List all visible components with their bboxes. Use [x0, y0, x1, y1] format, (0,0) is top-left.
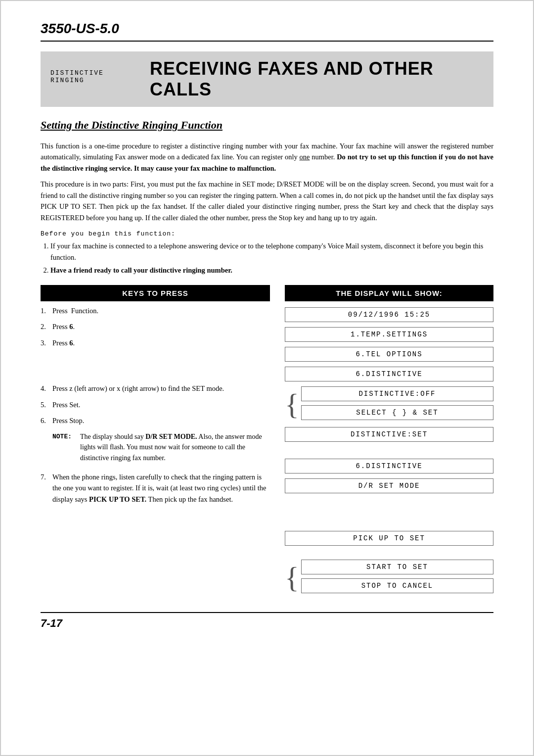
step-4: 4. Press z (left arrow) or x (right arro… [41, 383, 270, 394]
display-d2: 1.TEMP.SETTINGS [285, 327, 493, 342]
display-d6: SELECT { } & SET [301, 405, 493, 420]
note-text: The display should say D/R SET MODE. Als… [80, 431, 270, 464]
step-5: 5. Press Set. [41, 399, 270, 410]
display-d5: DISTINCTIVE:OFF [301, 386, 493, 401]
prereq-item-2: Have a friend ready to call your distinc… [50, 265, 493, 276]
step-2: 2. Press 6. [41, 321, 270, 332]
top-bar: 3550-US-5.0 [41, 21, 493, 42]
step-3: 3. Press 6. [41, 337, 270, 348]
note-label: NOTE: [52, 431, 76, 464]
note-block: NOTE: The display should say D/R SET MOD… [52, 431, 270, 464]
display-d4: 6.DISTINCTIVE [285, 367, 493, 381]
display-group-bracket-1: { DISTINCTIVE:OFF SELECT { } & SET [285, 386, 493, 422]
col-header-left: KEYS TO PRESS [41, 285, 270, 301]
display-d3: 6.TEL OPTIONS [285, 347, 493, 362]
step-7: 7. When the phone rings, listen carefull… [41, 472, 270, 505]
prereq-list: If your fax machine is connected to a te… [50, 240, 493, 276]
display-d9: D/R SET MODE [285, 478, 493, 493]
body-para-1: This function is a one-time procedure to… [41, 141, 493, 174]
right-col: THE DISPLAY WILL SHOW: 09/12/1996 15:25 … [285, 285, 493, 597]
display-d12: STOP TO CANCEL [301, 578, 493, 593]
display-d7: DISTINCTIVE:SET [285, 427, 493, 442]
display-group-bracket-2: { START TO SET STOP TO CANCEL [285, 560, 493, 595]
prereq-item-1: If your fax machine is connected to a te… [50, 240, 493, 263]
step-6: 6. Press Stop. [41, 415, 270, 426]
body-para-2: This procedure is in two parts: First, y… [41, 179, 493, 223]
model-number: 3550-US-5.0 [41, 21, 119, 37]
step-1: 1. Press Function. [41, 305, 270, 316]
before-note: Before you begin this function: [41, 230, 493, 237]
left-col: KEYS TO PRESS 1. Press Function. 2. Pres… [41, 285, 270, 510]
display-d1: 09/12/1996 15:25 [285, 307, 493, 322]
two-col-layout: KEYS TO PRESS 1. Press Function. 2. Pres… [41, 285, 493, 597]
section-title: Setting the Distinctive Ringing Function [41, 119, 493, 132]
page-number: 7-17 [41, 617, 62, 630]
col-header-right: THE DISPLAY WILL SHOW: [285, 285, 493, 301]
left-bracket-symbol-2: { [285, 560, 301, 595]
header-large-label: RECEIVING FAXES AND OTHER CALLS [150, 58, 484, 100]
display-d11: START TO SET [301, 560, 493, 574]
display-d10: PICK UP TO SET [285, 531, 493, 546]
page: 3550-US-5.0 DISTINCTIVE RINGING RECEIVIN… [0, 0, 534, 756]
bottom-bar: 7-17 [41, 612, 493, 630]
left-bracket-symbol: { [285, 386, 301, 422]
display-d8: 6.DISTINCTIVE [285, 459, 493, 473]
header-small-label: DISTINCTIVE RINGING [50, 69, 138, 84]
header-section: DISTINCTIVE RINGING RECEIVING FAXES AND … [41, 51, 493, 107]
